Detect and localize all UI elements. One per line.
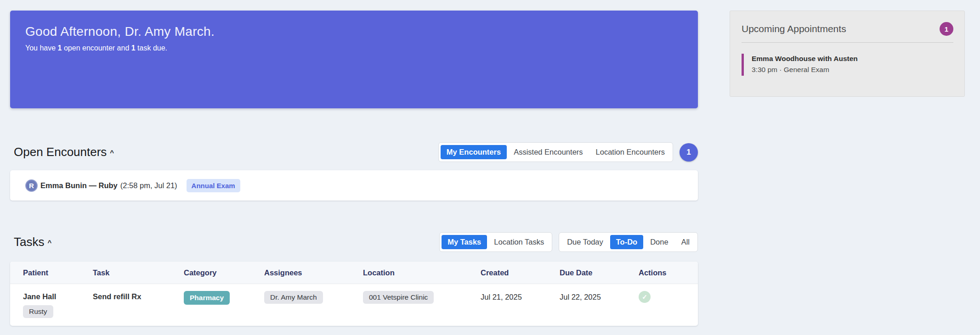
tasks-tab-group: My Tasks Location Tasks bbox=[439, 232, 552, 252]
location-pill: 001 Vetspire Clinic bbox=[363, 291, 434, 304]
appointments-count-badge: 1 bbox=[940, 22, 953, 36]
filter-done[interactable]: Done bbox=[644, 235, 674, 249]
tab-location-encounters[interactable]: Location Encounters bbox=[590, 145, 671, 159]
tab-my-encounters[interactable]: My Encounters bbox=[441, 145, 507, 159]
col-header-location: Location bbox=[363, 268, 481, 277]
tasks-controls: My Tasks Location Tasks Due Today To-Do … bbox=[439, 232, 698, 252]
tab-assisted-encounters[interactable]: Assisted Encounters bbox=[508, 145, 589, 159]
summary-text: open encounter and bbox=[62, 44, 131, 52]
encounter-row[interactable]: R Emma Bunin — Ruby (2:58 pm, Jul 21) An… bbox=[10, 170, 698, 201]
tab-location-tasks[interactable]: Location Tasks bbox=[488, 235, 550, 249]
tab-my-tasks[interactable]: My Tasks bbox=[442, 235, 487, 249]
filter-due-today[interactable]: Due Today bbox=[561, 235, 609, 249]
upcoming-appointments-card: Upcoming Appointments 1 Emma Woodhouse w… bbox=[730, 11, 965, 97]
table-row[interactable]: Jane Hall Rusty Send refill Rx Pharmacy … bbox=[10, 284, 698, 326]
col-header-task: Task bbox=[93, 268, 184, 277]
assignee-pill: Dr. Amy March bbox=[264, 291, 323, 304]
greeting-summary: You have 1 open encounter and 1 task due… bbox=[25, 44, 698, 52]
open-encounter-count: 1 bbox=[58, 44, 62, 52]
tasks-table: Patient Task Category Assignees Location… bbox=[10, 262, 698, 326]
encounter-type-badge: Annual Exam bbox=[187, 179, 240, 192]
tasks-table-header: Patient Task Category Assignees Location… bbox=[10, 262, 698, 284]
col-header-category: Category bbox=[184, 268, 264, 277]
patient-cell: Jane Hall Rusty bbox=[23, 291, 93, 318]
encounter-time: (2:58 pm, Jul 21) bbox=[120, 181, 177, 190]
tasks-heading: Tasks ^ bbox=[14, 235, 51, 249]
due-date: Jul 22, 2025 bbox=[560, 291, 639, 302]
tasks-title: Tasks bbox=[14, 235, 44, 249]
patient-avatar: R bbox=[25, 179, 38, 192]
col-header-due-date: Due Date bbox=[560, 268, 639, 277]
appointment-item[interactable]: Emma Woodhouse with Austen 3:30 pm · Gen… bbox=[742, 54, 953, 76]
summary-text: You have bbox=[25, 44, 58, 52]
filter-all[interactable]: All bbox=[675, 235, 696, 249]
col-header-actions: Actions bbox=[639, 268, 698, 277]
task-due-count: 1 bbox=[131, 44, 136, 52]
main-column: Good Afternoon, Dr. Amy March. You have … bbox=[10, 11, 698, 326]
encounters-tab-group: My Encounters Assisted Encounters Locati… bbox=[438, 142, 673, 162]
open-encounters-title: Open Encounters bbox=[14, 145, 107, 159]
upcoming-appointments-title: Upcoming Appointments bbox=[742, 23, 846, 34]
greeting-banner: Good Afternoon, Dr. Amy March. You have … bbox=[10, 11, 698, 108]
pet-name-pill: Rusty bbox=[23, 305, 53, 318]
col-header-created: Created bbox=[481, 268, 560, 277]
open-encounters-header: Open Encounters ^ My Encounters Assisted… bbox=[10, 142, 698, 162]
greeting-title: Good Afternoon, Dr. Amy March. bbox=[25, 24, 698, 39]
client-name: Jane Hall bbox=[23, 291, 56, 301]
collapse-caret-icon[interactable]: ^ bbox=[47, 239, 51, 246]
col-header-assignees: Assignees bbox=[264, 268, 363, 277]
tasks-filter-group: Due Today To-Do Done All bbox=[559, 232, 698, 252]
created-date: Jul 21, 2025 bbox=[481, 291, 560, 302]
appointment-details: 3:30 pm · General Exam bbox=[752, 66, 953, 74]
tasks-header: Tasks ^ My Tasks Location Tasks Due Toda… bbox=[10, 232, 698, 252]
upcoming-appointments-header: Upcoming Appointments 1 bbox=[742, 22, 953, 43]
summary-text: task due. bbox=[136, 44, 167, 52]
task-name: Send refill Rx bbox=[93, 291, 184, 301]
collapse-caret-icon[interactable]: ^ bbox=[110, 149, 114, 156]
appointment-title: Emma Woodhouse with Austen bbox=[752, 55, 953, 63]
open-encounters-heading: Open Encounters ^ bbox=[14, 145, 114, 159]
category-pill: Pharmacy bbox=[184, 291, 230, 305]
col-header-patient: Patient bbox=[23, 268, 93, 277]
open-encounters-controls: My Encounters Assisted Encounters Locati… bbox=[438, 142, 698, 162]
encounter-patient-name: Emma Bunin — Ruby bbox=[40, 181, 118, 190]
mark-done-check-icon[interactable]: ✓ bbox=[639, 291, 651, 303]
filter-to-do[interactable]: To-Do bbox=[610, 235, 643, 249]
encounters-count-badge: 1 bbox=[680, 143, 698, 162]
